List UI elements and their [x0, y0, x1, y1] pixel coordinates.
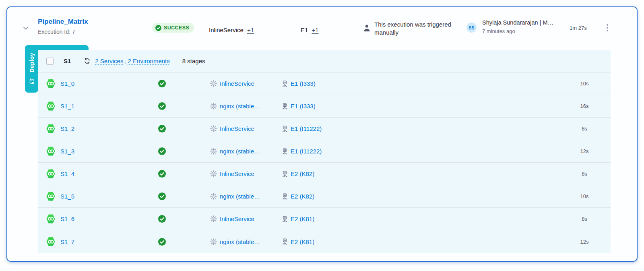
service-link[interactable]: InlineService	[220, 170, 254, 177]
environment-icon	[282, 148, 288, 155]
service-link[interactable]: InlineService	[220, 125, 254, 132]
environment-link[interactable]: E1 (I11222)	[291, 125, 322, 132]
services-more-link[interactable]: +1	[247, 27, 254, 33]
trigger-info: This execution was triggered manually	[363, 21, 469, 37]
environments-more-link[interactable]: +1	[312, 27, 318, 33]
matrix-stage-icon	[46, 214, 55, 224]
table-row: S1_7 nginx (stable…	[38, 230, 611, 253]
service-link[interactable]: nginx (stable…	[220, 238, 260, 245]
tab-deploy[interactable]: Deploy	[25, 45, 38, 93]
service-link[interactable]: InlineService	[220, 80, 254, 87]
time-ago: 7 minutes ago	[482, 28, 569, 34]
stage-duration: 8s	[558, 171, 611, 177]
stage-name-link[interactable]: S1_4	[60, 170, 74, 177]
kebab-menu-icon[interactable]	[604, 23, 611, 32]
matrix-stage-icon	[46, 147, 55, 156]
trigger-text: This execution was triggered manually	[374, 21, 469, 37]
stage-name-link[interactable]: S1_7	[60, 238, 74, 245]
matrix-group-header: − S1 2 Services , 2 Environments 8 stage…	[38, 50, 611, 72]
table-row: S1_4 InlineService	[38, 163, 611, 185]
environments-count-link[interactable]: 2 Environments	[128, 58, 170, 64]
separator-comma: ,	[124, 58, 126, 64]
title-block: Pipeline_Matrix Execution Id: 7	[38, 18, 88, 35]
check-circle-icon	[158, 125, 166, 132]
matrix-stage-icon	[46, 79, 55, 89]
stage-name-link[interactable]: S1_0	[60, 80, 74, 87]
environment-link[interactable]: E2 (K81)	[291, 215, 314, 222]
check-circle-icon	[158, 170, 166, 178]
environment-icon	[282, 193, 288, 200]
environment-icon	[282, 238, 288, 245]
status-badge: SUCCESS	[152, 23, 194, 33]
stage-count-label: 8 stages	[182, 58, 205, 64]
environment-primary-label: E1	[301, 27, 308, 33]
environment-icon	[282, 103, 288, 110]
table-row: S1_5 nginx (stable…	[38, 185, 611, 208]
stage-name-link[interactable]: S1_1	[60, 103, 74, 110]
chevron-down-icon[interactable]	[22, 24, 30, 32]
loop-icon	[83, 57, 91, 65]
success-check-icon	[155, 25, 161, 31]
gear-icon	[210, 215, 217, 222]
services-count-link[interactable]: 2 Services	[95, 58, 123, 64]
check-circle-icon	[158, 215, 166, 223]
collapse-minus-icon[interactable]: −	[46, 58, 54, 65]
gear-icon	[210, 125, 217, 132]
table-row: S1_2 InlineService	[38, 118, 611, 140]
environment-link[interactable]: E1 (I333)	[291, 103, 316, 110]
check-circle-icon	[158, 80, 166, 87]
stage-rows: S1_0 InlineService	[38, 72, 611, 253]
pipeline-execution-screen: Pipeline_Matrix Execution Id: 7 SUCCESS …	[0, 0, 644, 271]
divider	[176, 57, 176, 65]
gear-icon	[210, 80, 217, 87]
environment-link[interactable]: E1 (I333)	[291, 80, 316, 87]
table-row: S1_0 InlineService	[38, 72, 611, 95]
stage-duration: 10s	[558, 193, 611, 199]
environment-icon	[282, 126, 288, 132]
avatar: SS	[466, 23, 477, 33]
check-circle-icon	[158, 102, 166, 110]
execution-id-label: Execution Id: 7	[38, 29, 88, 35]
gear-icon	[210, 193, 217, 200]
stage-duration: 12s	[558, 239, 611, 245]
stage-name-link[interactable]: S1_6	[60, 215, 74, 222]
environments-summary: E1 +1	[301, 27, 318, 33]
environment-icon	[282, 171, 288, 177]
check-circle-icon	[158, 238, 166, 246]
environment-icon	[282, 216, 288, 222]
environment-link[interactable]: E2 (K81)	[291, 238, 314, 245]
group-name: S1	[64, 58, 71, 64]
stage-duration: 12s	[558, 148, 611, 154]
matrix-stage-icon	[46, 169, 55, 179]
stage-duration: 16s	[558, 103, 611, 109]
stage-name-link[interactable]: S1_2	[60, 125, 74, 132]
service-link[interactable]: nginx (stable…	[220, 193, 260, 200]
matrix-stage-icon	[46, 237, 55, 246]
matrix-stage-icon	[46, 101, 55, 111]
service-primary-label: InlineService	[209, 27, 244, 33]
service-link[interactable]: nginx (stable…	[220, 148, 260, 155]
services-summary: InlineService +1	[209, 27, 254, 33]
pipeline-title-link[interactable]: Pipeline_Matrix	[38, 18, 88, 26]
table-row: S1_1 nginx (stable…	[38, 95, 611, 118]
stage-name-link[interactable]: S1_3	[60, 148, 74, 155]
table-row: S1_3 nginx (stable…	[38, 140, 611, 163]
environment-link[interactable]: E2 (K82)	[291, 170, 314, 177]
gear-icon	[210, 238, 217, 245]
environment-icon	[282, 81, 288, 87]
gear-icon	[210, 170, 217, 177]
stage-duration: 8s	[558, 216, 611, 222]
matrix-table: − S1 2 Services , 2 Environments 8 stage…	[38, 50, 611, 253]
user-icon	[363, 24, 371, 32]
service-link[interactable]: nginx (stable…	[220, 103, 260, 110]
execution-card: Pipeline_Matrix Execution Id: 7 SUCCESS …	[6, 6, 638, 262]
stage-duration: 10s	[558, 81, 611, 87]
matrix-stage-icon	[46, 124, 55, 134]
stage-name-link[interactable]: S1_5	[60, 193, 74, 200]
matrix-stage-icon	[46, 192, 55, 201]
environment-link[interactable]: E1 (I11222)	[291, 148, 322, 155]
check-circle-icon	[158, 147, 166, 155]
service-link[interactable]: InlineService	[220, 215, 254, 222]
stage-duration: 8s	[558, 126, 611, 132]
environment-link[interactable]: E2 (K82)	[291, 193, 314, 200]
